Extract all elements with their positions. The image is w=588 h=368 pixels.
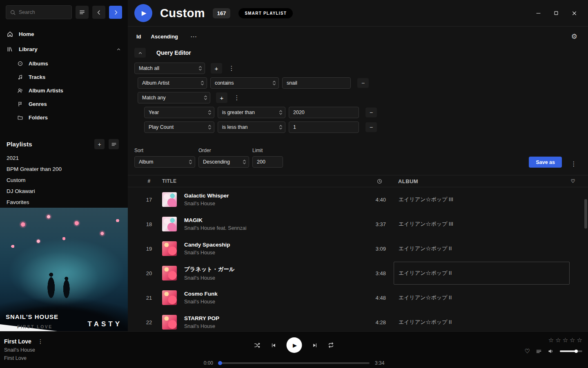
menu-button[interactable] — [76, 6, 89, 19]
column-album[interactable]: ALBUM — [394, 178, 570, 184]
column-title[interactable]: TITLE — [162, 178, 347, 184]
sidebar-item-albums[interactable]: Albums — [0, 57, 128, 70]
order-select[interactable]: Descending — [198, 156, 249, 168]
rule-field-select[interactable]: Year — [144, 107, 214, 118]
sort-field-button[interactable]: Id — [136, 34, 141, 40]
favorite-button[interactable]: ♡ — [525, 348, 530, 355]
match-mode-select[interactable]: Match all — [134, 63, 205, 74]
group-match-mode-select[interactable]: Match any — [138, 92, 210, 103]
more-options-button[interactable]: ⋯ — [190, 33, 198, 40]
group-menu-button[interactable]: ⋮ — [233, 94, 241, 101]
volume-icon — [548, 348, 554, 355]
volume-button[interactable] — [548, 348, 554, 355]
track-album-selected-cell[interactable]: エイリアン☆ポップ II — [394, 262, 570, 285]
track-number: 22 — [136, 319, 162, 325]
rule-value-input[interactable] — [282, 77, 351, 89]
playlist-list-button[interactable] — [109, 139, 119, 149]
rule-value-input[interactable] — [289, 121, 359, 133]
artwork-artist: SNAIL'S HOUSE — [6, 313, 58, 320]
star-icon[interactable]: ☆ — [577, 337, 582, 344]
playlist-item-dj-okawari[interactable]: DJ Okawari — [0, 186, 128, 197]
column-index[interactable]: # — [136, 178, 162, 184]
volume-handle[interactable] — [575, 350, 578, 353]
add-playlist-button[interactable]: + — [94, 139, 105, 149]
table-row[interactable]: 19 Candy Spaceship Snail's House 3:09 エイ… — [128, 236, 588, 261]
volume-slider[interactable] — [560, 350, 582, 352]
track-album[interactable]: エイリアン☆ポップ III — [394, 213, 570, 236]
search-input[interactable] — [19, 9, 68, 15]
track-title: Galactic Whisper — [184, 193, 347, 199]
table-row[interactable]: 20 プラネット・ガール Snail's House 3:48 エイリアン☆ポッ… — [128, 261, 588, 285]
sidebar-item-home[interactable]: Home — [0, 27, 128, 42]
star-icon[interactable]: ☆ — [555, 337, 561, 344]
track-album[interactable]: エイリアン☆ポップ II — [394, 286, 570, 309]
repeat-button[interactable] — [328, 342, 334, 348]
star-icon[interactable]: ☆ — [570, 337, 575, 344]
window-close-button[interactable] — [570, 9, 578, 17]
save-as-button[interactable]: Save as — [529, 157, 562, 168]
rule-field-select[interactable]: Album Artist — [138, 77, 207, 89]
remove-rule-button[interactable]: − — [357, 78, 369, 88]
sort-direction-button[interactable]: Ascending — [151, 34, 178, 40]
shuffle-button[interactable] — [254, 342, 261, 349]
sidebar-item-genres[interactable]: Genres — [0, 97, 128, 111]
add-rule-button[interactable]: + — [211, 63, 222, 74]
table-row[interactable]: 22 STARRY POP Snail's House 4:28 エイリアン☆ポ… — [128, 310, 588, 331]
chevron-up-icon[interactable] — [116, 47, 121, 52]
track-title: STARRY POP — [184, 315, 347, 321]
play-pause-button[interactable]: ▶ — [287, 337, 302, 353]
seek-slider[interactable] — [218, 362, 370, 364]
play-playlist-button[interactable]: ▶ — [134, 4, 152, 22]
track-duration: 4:48 — [347, 295, 386, 301]
track-title: MAGIK — [184, 217, 347, 223]
shuffle-icon — [254, 342, 261, 349]
table-row[interactable]: 21 Cosmo Funk Snail's House 4:48 エイリアン☆ポ… — [128, 285, 588, 310]
sidebar-item-album-artists[interactable]: Album Artists — [0, 84, 128, 97]
remove-rule-button[interactable]: − — [365, 122, 377, 132]
track-album[interactable]: エイリアン☆ポップ II — [394, 311, 570, 331]
back-button[interactable] — [92, 6, 105, 19]
track-duration: 3:09 — [347, 246, 386, 252]
rule-field-select[interactable]: Play Count — [144, 121, 214, 133]
queue-button[interactable] — [536, 348, 542, 355]
window-minimize-button[interactable] — [534, 9, 542, 17]
save-menu-button[interactable]: ⋮ — [570, 160, 577, 168]
playlist-item-custom[interactable]: Custom — [0, 175, 128, 186]
window-maximize-button[interactable] — [552, 9, 560, 17]
rule-group-menu-button[interactable]: ⋮ — [228, 65, 235, 72]
playlist-item-bpm[interactable]: BPM Greater than 200 — [0, 164, 128, 175]
track-list: 17 Galactic Whisper Snail's House 4:40 エ… — [128, 187, 588, 331]
add-group-rule-button[interactable]: + — [216, 92, 227, 103]
rule-operator-select[interactable]: contains — [210, 77, 279, 89]
remove-rule-button[interactable]: − — [365, 108, 377, 117]
next-button[interactable] — [312, 342, 318, 348]
sort-by-select[interactable]: Album — [134, 156, 195, 168]
column-favorite[interactable]: ♡ — [570, 178, 575, 184]
star-icon[interactable]: ☆ — [563, 337, 568, 344]
table-row[interactable]: 18 MAGIK Snail's House feat. Sennzai 3:3… — [128, 212, 588, 236]
rule-value-input[interactable] — [289, 107, 359, 118]
sidebar-item-library[interactable]: Library — [0, 42, 128, 57]
seek-handle[interactable] — [218, 361, 222, 365]
table-row[interactable]: 17 Galactic Whisper Snail's House 4:40 エ… — [128, 187, 588, 212]
rule-operator-select[interactable]: is greater than — [218, 107, 285, 118]
spinner-icon — [204, 95, 207, 101]
forward-button[interactable] — [109, 6, 122, 19]
sidebar-item-tracks[interactable]: Tracks — [0, 70, 128, 84]
column-duration[interactable] — [347, 178, 386, 184]
gear-icon[interactable]: ⚙ — [571, 33, 577, 40]
track-album[interactable]: エイリアン☆ポップ II — [394, 237, 570, 260]
previous-button[interactable] — [271, 342, 277, 348]
track-album[interactable]: エイリアン☆ポップ III — [394, 188, 570, 211]
collapse-query-editor-button[interactable] — [134, 48, 146, 58]
playlist-item-favorites[interactable]: Favorites — [0, 197, 128, 208]
scrollbar-thumb[interactable] — [584, 199, 587, 229]
limit-input[interactable] — [252, 156, 283, 168]
track-count-badge: 167 — [213, 8, 231, 18]
star-icon[interactable]: ☆ — [548, 337, 554, 344]
playlist-item-2021[interactable]: 2021 — [0, 153, 128, 164]
search-box[interactable] — [6, 5, 72, 19]
now-playing-menu-button[interactable]: ⋮ — [38, 338, 43, 345]
sidebar-item-folders[interactable]: Folders — [0, 111, 128, 124]
rule-operator-select[interactable]: is less than — [218, 121, 285, 133]
